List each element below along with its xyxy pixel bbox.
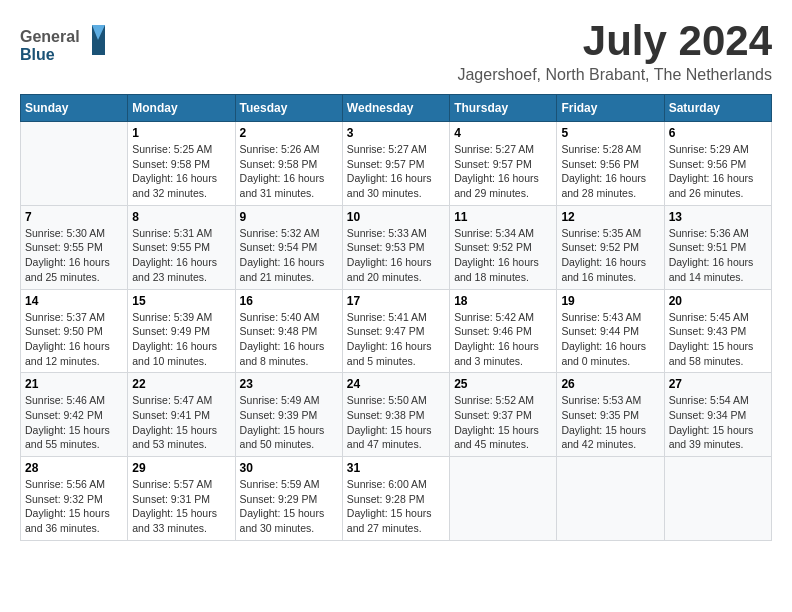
day-info: Sunrise: 5:40 AM Sunset: 9:48 PM Dayligh… [240, 310, 338, 369]
calendar-empty-cell [21, 122, 128, 206]
day-number: 13 [669, 210, 767, 224]
logo-content: General Blue [20, 20, 110, 74]
calendar-empty-cell [557, 457, 664, 541]
day-number: 19 [561, 294, 659, 308]
day-number: 12 [561, 210, 659, 224]
day-info: Sunrise: 5:30 AM Sunset: 9:55 PM Dayligh… [25, 226, 123, 285]
calendar-day-cell: 29Sunrise: 5:57 AM Sunset: 9:31 PM Dayli… [128, 457, 235, 541]
day-number: 23 [240, 377, 338, 391]
day-number: 5 [561, 126, 659, 140]
day-info: Sunrise: 5:49 AM Sunset: 9:39 PM Dayligh… [240, 393, 338, 452]
day-info: Sunrise: 5:34 AM Sunset: 9:52 PM Dayligh… [454, 226, 552, 285]
day-info: Sunrise: 5:32 AM Sunset: 9:54 PM Dayligh… [240, 226, 338, 285]
logo: General Blue [20, 20, 110, 74]
calendar-day-cell: 21Sunrise: 5:46 AM Sunset: 9:42 PM Dayli… [21, 373, 128, 457]
calendar-day-cell: 1Sunrise: 5:25 AM Sunset: 9:58 PM Daylig… [128, 122, 235, 206]
calendar-day-cell: 25Sunrise: 5:52 AM Sunset: 9:37 PM Dayli… [450, 373, 557, 457]
calendar-day-cell: 11Sunrise: 5:34 AM Sunset: 9:52 PM Dayli… [450, 205, 557, 289]
svg-text:General: General [20, 28, 80, 45]
calendar-day-cell: 22Sunrise: 5:47 AM Sunset: 9:41 PM Dayli… [128, 373, 235, 457]
calendar-header-saturday: Saturday [664, 95, 771, 122]
calendar-header-friday: Friday [557, 95, 664, 122]
day-info: Sunrise: 5:33 AM Sunset: 9:53 PM Dayligh… [347, 226, 445, 285]
day-number: 26 [561, 377, 659, 391]
day-number: 28 [25, 461, 123, 475]
calendar-day-cell: 14Sunrise: 5:37 AM Sunset: 9:50 PM Dayli… [21, 289, 128, 373]
day-info: Sunrise: 5:36 AM Sunset: 9:51 PM Dayligh… [669, 226, 767, 285]
calendar-empty-cell [450, 457, 557, 541]
day-info: Sunrise: 5:28 AM Sunset: 9:56 PM Dayligh… [561, 142, 659, 201]
day-info: Sunrise: 5:27 AM Sunset: 9:57 PM Dayligh… [347, 142, 445, 201]
day-number: 11 [454, 210, 552, 224]
calendar-header-monday: Monday [128, 95, 235, 122]
day-number: 2 [240, 126, 338, 140]
calendar-day-cell: 23Sunrise: 5:49 AM Sunset: 9:39 PM Dayli… [235, 373, 342, 457]
day-info: Sunrise: 5:27 AM Sunset: 9:57 PM Dayligh… [454, 142, 552, 201]
calendar-day-cell: 6Sunrise: 5:29 AM Sunset: 9:56 PM Daylig… [664, 122, 771, 206]
calendar-empty-cell [664, 457, 771, 541]
calendar-week-row: 14Sunrise: 5:37 AM Sunset: 9:50 PM Dayli… [21, 289, 772, 373]
day-number: 9 [240, 210, 338, 224]
calendar-header-row: SundayMondayTuesdayWednesdayThursdayFrid… [21, 95, 772, 122]
day-info: Sunrise: 5:47 AM Sunset: 9:41 PM Dayligh… [132, 393, 230, 452]
day-number: 15 [132, 294, 230, 308]
calendar-header-sunday: Sunday [21, 95, 128, 122]
calendar-day-cell: 13Sunrise: 5:36 AM Sunset: 9:51 PM Dayli… [664, 205, 771, 289]
calendar-day-cell: 24Sunrise: 5:50 AM Sunset: 9:38 PM Dayli… [342, 373, 449, 457]
day-number: 25 [454, 377, 552, 391]
day-number: 31 [347, 461, 445, 475]
day-number: 6 [669, 126, 767, 140]
day-number: 30 [240, 461, 338, 475]
day-info: Sunrise: 5:57 AM Sunset: 9:31 PM Dayligh… [132, 477, 230, 536]
calendar-table: SundayMondayTuesdayWednesdayThursdayFrid… [20, 94, 772, 541]
logo-icon: General Blue [20, 20, 110, 70]
calendar-day-cell: 3Sunrise: 5:27 AM Sunset: 9:57 PM Daylig… [342, 122, 449, 206]
calendar-day-cell: 5Sunrise: 5:28 AM Sunset: 9:56 PM Daylig… [557, 122, 664, 206]
calendar-day-cell: 17Sunrise: 5:41 AM Sunset: 9:47 PM Dayli… [342, 289, 449, 373]
calendar-day-cell: 28Sunrise: 5:56 AM Sunset: 9:32 PM Dayli… [21, 457, 128, 541]
calendar-header-wednesday: Wednesday [342, 95, 449, 122]
calendar-day-cell: 16Sunrise: 5:40 AM Sunset: 9:48 PM Dayli… [235, 289, 342, 373]
month-title: July 2024 [457, 20, 772, 62]
day-info: Sunrise: 5:54 AM Sunset: 9:34 PM Dayligh… [669, 393, 767, 452]
day-info: Sunrise: 5:59 AM Sunset: 9:29 PM Dayligh… [240, 477, 338, 536]
page-header: General Blue July 2024 Jagershoef, North… [20, 20, 772, 84]
calendar-day-cell: 27Sunrise: 5:54 AM Sunset: 9:34 PM Dayli… [664, 373, 771, 457]
calendar-day-cell: 7Sunrise: 5:30 AM Sunset: 9:55 PM Daylig… [21, 205, 128, 289]
day-info: Sunrise: 5:29 AM Sunset: 9:56 PM Dayligh… [669, 142, 767, 201]
day-number: 18 [454, 294, 552, 308]
day-info: Sunrise: 5:42 AM Sunset: 9:46 PM Dayligh… [454, 310, 552, 369]
day-number: 1 [132, 126, 230, 140]
day-number: 21 [25, 377, 123, 391]
title-section: July 2024 Jagershoef, North Brabant, The… [457, 20, 772, 84]
calendar-day-cell: 18Sunrise: 5:42 AM Sunset: 9:46 PM Dayli… [450, 289, 557, 373]
day-info: Sunrise: 6:00 AM Sunset: 9:28 PM Dayligh… [347, 477, 445, 536]
calendar-day-cell: 30Sunrise: 5:59 AM Sunset: 9:29 PM Dayli… [235, 457, 342, 541]
day-info: Sunrise: 5:52 AM Sunset: 9:37 PM Dayligh… [454, 393, 552, 452]
day-info: Sunrise: 5:56 AM Sunset: 9:32 PM Dayligh… [25, 477, 123, 536]
calendar-day-cell: 15Sunrise: 5:39 AM Sunset: 9:49 PM Dayli… [128, 289, 235, 373]
calendar-day-cell: 26Sunrise: 5:53 AM Sunset: 9:35 PM Dayli… [557, 373, 664, 457]
day-number: 27 [669, 377, 767, 391]
day-info: Sunrise: 5:26 AM Sunset: 9:58 PM Dayligh… [240, 142, 338, 201]
day-info: Sunrise: 5:41 AM Sunset: 9:47 PM Dayligh… [347, 310, 445, 369]
calendar-week-row: 28Sunrise: 5:56 AM Sunset: 9:32 PM Dayli… [21, 457, 772, 541]
day-info: Sunrise: 5:39 AM Sunset: 9:49 PM Dayligh… [132, 310, 230, 369]
svg-text:Blue: Blue [20, 46, 55, 63]
day-number: 14 [25, 294, 123, 308]
day-number: 20 [669, 294, 767, 308]
day-number: 22 [132, 377, 230, 391]
day-number: 7 [25, 210, 123, 224]
calendar-day-cell: 2Sunrise: 5:26 AM Sunset: 9:58 PM Daylig… [235, 122, 342, 206]
day-number: 4 [454, 126, 552, 140]
calendar-week-row: 1Sunrise: 5:25 AM Sunset: 9:58 PM Daylig… [21, 122, 772, 206]
calendar-day-cell: 12Sunrise: 5:35 AM Sunset: 9:52 PM Dayli… [557, 205, 664, 289]
calendar-header-thursday: Thursday [450, 95, 557, 122]
calendar-header-tuesday: Tuesday [235, 95, 342, 122]
day-info: Sunrise: 5:35 AM Sunset: 9:52 PM Dayligh… [561, 226, 659, 285]
calendar-day-cell: 20Sunrise: 5:45 AM Sunset: 9:43 PM Dayli… [664, 289, 771, 373]
location-title: Jagershoef, North Brabant, The Netherlan… [457, 66, 772, 84]
day-number: 8 [132, 210, 230, 224]
day-number: 24 [347, 377, 445, 391]
day-number: 10 [347, 210, 445, 224]
